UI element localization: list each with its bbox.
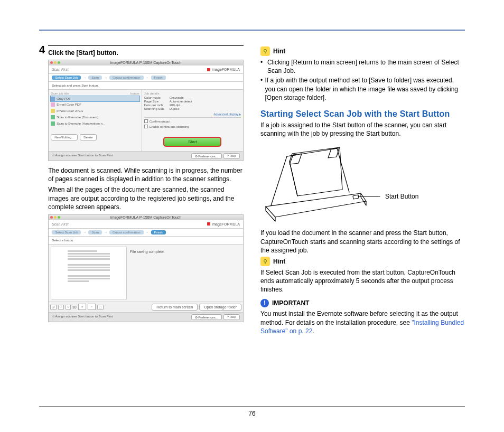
new-edit-button: New/Editing...	[51, 134, 78, 140]
important-icon: !	[260, 299, 269, 307]
hint-text: If Select Scan Job is executed from the …	[260, 268, 465, 294]
step-finish: Finish	[151, 230, 166, 234]
important-text: You must install the Evernote software b…	[260, 309, 465, 335]
details-heading: Job details	[144, 92, 241, 95]
scanner-illustration: Start Button	[260, 143, 465, 222]
screenshot-select-scan-job: imageFORMULA P-150M CaptureOnTouch Scan …	[48, 60, 244, 161]
joblist-header-button: button	[130, 92, 139, 95]
page-counter: 10	[72, 305, 77, 309]
arrow-icon: →	[146, 231, 149, 234]
evernote-icon	[51, 115, 55, 119]
right-column: Hint •Clicking [Return to main screen] r…	[260, 45, 465, 337]
hint-icon	[260, 257, 270, 266]
fit-icon: □	[97, 305, 104, 309]
brand-icon	[207, 222, 210, 226]
step-output-confirm: Output confirmation	[109, 76, 143, 80]
brand-label: imageFORMULA	[212, 68, 240, 71]
start-button-highlighted: Start	[163, 137, 221, 147]
arrow-icon: →	[83, 76, 86, 79]
top-rule	[39, 30, 465, 31]
arrow-icon: →	[146, 76, 149, 79]
window-title: imageFORMULA P-150M CaptureOnTouch	[110, 61, 181, 64]
brand-icon	[207, 68, 210, 71]
zoom-in-icon: ＋	[78, 304, 86, 310]
hint-bullet: Clicking [Return to main screen] returns…	[267, 58, 465, 75]
minimize-icon	[54, 61, 57, 64]
job-item: Scan to Evernote (Document)	[51, 114, 139, 120]
body-text: When all the pages of the document are s…	[48, 185, 244, 211]
save-complete-message: File saving complete.	[130, 250, 238, 253]
arrow-icon: →	[104, 76, 107, 79]
open-storage-button: Open storage folder	[199, 304, 241, 311]
close-icon	[50, 216, 53, 219]
photo-icon	[51, 109, 55, 113]
body-text: If a job is assigned to the Start button…	[260, 121, 465, 138]
email-icon	[51, 102, 55, 107]
evernote-icon	[51, 121, 55, 126]
zoom-icon	[58, 61, 60, 64]
footer-assign-label: Assign scanner Start button to Scan Firs…	[55, 154, 113, 157]
left-column: 4 Click the [Start] button. imageFORMULA…	[39, 45, 244, 337]
return-main-button: Return to main screen	[152, 304, 198, 311]
hint-icon	[260, 46, 270, 56]
advanced-link: Advanced display ▸	[144, 112, 241, 116]
job-item: E-mail Color PDF	[51, 101, 139, 108]
first-page-icon: |‹	[50, 305, 57, 309]
instruction-bar: Select job and press Start button.	[49, 82, 243, 90]
section-heading: Starting Select Scan Job with the Start …	[260, 109, 465, 119]
body-text: If you load the document in the scanner …	[260, 229, 465, 255]
hint-bullet: If a job with the output method set to […	[265, 76, 465, 102]
preferences-button: ⚙ Preferences...	[191, 153, 222, 159]
start-button-label: Start Button	[385, 193, 418, 200]
step-scan: Scan	[88, 230, 102, 234]
arrow-icon: →	[104, 231, 107, 234]
body-text: The document is scanned. While scanning …	[48, 166, 244, 183]
zoom-icon	[58, 216, 60, 219]
next-page-icon: ›	[66, 305, 71, 309]
prev-page-icon: ‹	[58, 305, 63, 309]
step-scan: Scan	[88, 76, 102, 80]
svg-point-0	[264, 50, 267, 52]
step-select-scan-job: Select Scan Job	[52, 230, 81, 234]
checkbox-icon	[144, 125, 148, 128]
instruction-bar: Select a button.	[49, 237, 243, 245]
step-finish: Finish	[151, 76, 166, 80]
svg-point-2	[264, 259, 267, 262]
step-rule	[48, 45, 244, 46]
brand-label: imageFORMULA	[212, 222, 240, 226]
screenshot-complete-screen: imageFORMULA P-150M CaptureOnTouch Scan …	[48, 214, 244, 322]
step-number: 4	[39, 44, 45, 55]
help-button: ? Help	[223, 153, 240, 159]
important-heading: IMPORTANT	[272, 299, 309, 307]
minimize-icon	[54, 216, 57, 219]
hint-heading: Hint	[273, 258, 285, 265]
job-item: iPhoto Color JPEG	[51, 108, 139, 114]
page-number: 76	[248, 410, 255, 417]
step-output-confirm: Output confirmation	[109, 230, 143, 234]
document-icon	[51, 97, 55, 101]
footer-assign-label: Assign scanner Start button to Scan Firs…	[55, 315, 113, 318]
checkbox-icon	[144, 119, 148, 123]
help-button: ? Help	[223, 314, 240, 320]
step-title: Click the [Start] button.	[48, 49, 244, 57]
document-thumbnail	[51, 247, 127, 299]
app-name: Scan First	[52, 222, 69, 226]
window-title: imageFORMULA P-150M CaptureOnTouch	[110, 215, 181, 219]
zoom-out-icon: －	[88, 304, 96, 310]
joblist-header-name: Scan job title	[51, 92, 69, 95]
arrow-icon: →	[83, 231, 86, 234]
delete-button: Delete	[80, 134, 96, 140]
step-select-scan-job: Select Scan Job	[52, 76, 81, 80]
job-item: Scan to Evernote (Handwritten n...	[51, 120, 139, 127]
close-icon	[50, 61, 53, 64]
hint-heading: Hint	[273, 48, 285, 55]
preferences-button: ⚙ Preferences...	[191, 314, 222, 320]
page-footer: 76	[39, 406, 465, 417]
app-name: Scan First	[52, 68, 69, 71]
